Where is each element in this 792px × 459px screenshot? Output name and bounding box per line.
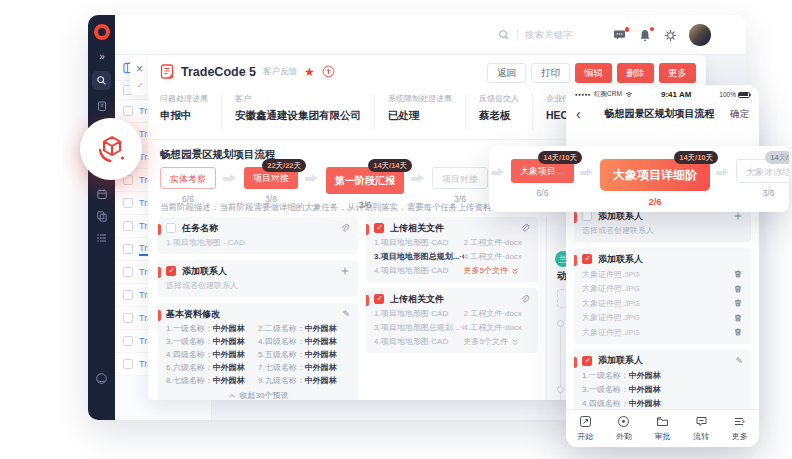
wifi-icon [625,91,633,98]
upload-files-card-1: 上传相关文件 1.项目地地形图·CAD 2.工程文件·docx [366,217,538,282]
row-checkbox[interactable] [123,359,133,369]
edit-button[interactable]: 编辑 [575,63,612,83]
info-cell: 3.一级名称：中外园林 [166,336,258,347]
mobile-panels: 添加联系人 选择或者创建联系人 添加联系人 大象证件照.JPG [566,205,759,443]
file-cell[interactable]: 4.工程文件·docx [464,251,530,262]
task-checkbox[interactable] [374,223,384,233]
collapse-presets-link[interactable]: 收起30个预设 [166,390,350,400]
row-checkbox[interactable] [123,336,133,346]
task-placeholder[interactable]: 选择或者创建联系人 [582,225,743,236]
search-placeholder: 搜索关键字 [525,29,587,42]
trash-icon[interactable] [733,269,743,279]
paperclip-icon [340,223,350,233]
attachment-button[interactable] [340,223,350,233]
file-cell[interactable]: 4.项目地地形图·CAD [374,336,464,347]
file-cell[interactable]: 更多5个文件 [464,265,530,276]
settings-button[interactable] [664,29,677,42]
toolbar-approval[interactable]: 审批 [643,410,682,447]
add-contact-button[interactable] [340,266,350,276]
notifications-button[interactable] [639,29,651,42]
add-contact-button[interactable] [733,211,743,221]
flow-step-4[interactable]: 项目对接 3/6 [432,167,488,204]
attachment-button[interactable] [520,223,530,233]
info-cell: 7.七级名称：中外园林 [258,362,350,373]
info-cell: 8.七级名称：中外园林 [166,375,258,386]
edit-info-button[interactable]: ✎ [342,309,350,319]
sidebar-support-item[interactable] [88,372,115,385]
confirm-button[interactable]: 确定 [725,108,749,121]
task-placeholder[interactable]: 选择或者创建联系人 [166,280,350,291]
search-divider [517,29,518,41]
arrow-right-icon [580,168,594,177]
edit-button[interactable]: ✎ [735,356,743,366]
plus-icon [733,211,743,221]
task-checkbox[interactable] [582,211,592,221]
trash-icon[interactable] [733,284,743,294]
file-cell[interactable]: 1.项目地地形图·CAD [374,237,464,248]
task-checkbox[interactable] [582,356,592,366]
task-checkbox[interactable] [166,223,176,233]
info-cell: 4.四级名称：中外园林 [582,398,743,409]
row-checkbox[interactable] [123,244,133,254]
file-grid: 1.项目地地形图·CAD 2.工程文件·docx 3.项目地地形图总规划...·… [374,308,530,347]
trash-icon[interactable] [733,327,743,337]
row-checkbox[interactable] [123,221,133,231]
close-icon[interactable]: × [136,63,143,75]
more-button[interactable]: 更多 [659,63,696,83]
user-avatar[interactable] [689,24,711,46]
timeline-dot [557,320,564,327]
attachment-button[interactable] [520,294,530,304]
photo-row: 大象证件照.JPG [582,269,743,280]
row-checkbox[interactable] [123,313,133,323]
back-button[interactable]: 返回 [487,63,526,83]
mobile-flow-step-1[interactable]: 14天 /10天 大象项目… 6/6 [511,159,574,198]
file-cell[interactable]: 4.工程文件·docx [464,322,530,333]
trash-icon[interactable] [733,313,743,323]
info-cell: 1.一级名称：中外园林 [582,370,743,381]
pin-top-icon[interactable] [322,65,335,78]
mobile-flow-step-2-current[interactable]: 14天 /10天 大象项目详细阶 2/6 [600,159,710,207]
trash-icon[interactable] [733,298,743,308]
messages-button[interactable] [613,29,626,41]
step-progress: 6/6 [511,188,574,198]
brand-logo [94,24,110,40]
task-title: 上传相关文件 [390,293,514,306]
file-cell[interactable]: 2.工程文件·docx [464,237,530,248]
delete-button[interactable]: 删除 [617,63,654,83]
task-checkbox[interactable] [582,254,592,264]
global-search-input[interactable]: 搜索关键字 [498,29,587,42]
sidebar-item-list[interactable] [95,231,108,244]
flow-step-2[interactable]: 22 天 /22 天 项目对接 3/6 [244,167,298,204]
upload-files-card-2: 上传相关文件 1.项目地地形图·CAD 2.工程文件·docx [366,288,538,353]
row-checkbox[interactable] [123,290,133,300]
print-button[interactable]: 打印 [531,63,570,83]
task-title: 添加联系人 [182,265,334,278]
photo-row: 大象证件照.JPG [582,327,743,338]
file-cell[interactable]: 更多5个文件 [464,336,530,347]
task-checkbox[interactable] [166,266,176,276]
mobile-flow-step-3[interactable]: 14天 /10天 大象冰冻结 3/6 [736,159,789,198]
toolbar-more[interactable]: 更多 [720,410,759,447]
field-value: 申报中 [160,109,208,123]
toolbar-field-work[interactable]: 外勤 [605,410,644,447]
file-cell[interactable]: 1.项目地地形图·CAD [374,308,464,319]
back-chevron-icon[interactable]: ‹ [576,107,594,121]
toolbar-start[interactable]: 开始 [566,410,605,447]
floating-product-bubble[interactable] [80,118,142,180]
star-icon[interactable]: ★ [304,66,315,78]
field-system-progress: 系统限制处理进展 已处理 [374,93,465,131]
file-cell[interactable]: 3.项目地地形图总规划...·CAD [374,251,464,262]
arrow-right-icon [491,168,505,177]
row-checkbox[interactable] [123,267,133,277]
expand-icon[interactable]: ↔ [133,78,146,91]
mobile-nav-bar: ‹ 畅想园景区规划项目流程 确定 [566,99,759,125]
info-cell: 6.六级名称：中外园林 [166,362,258,373]
file-cell[interactable]: 2.工程文件·docx [464,308,530,319]
task-checkbox[interactable] [374,294,384,304]
file-cell[interactable]: 4.项目地地形图·CAD [374,265,464,276]
toolbar-transfer[interactable]: 流转 [682,410,721,447]
collapse-sidebar-icon[interactable]: » [99,52,104,62]
sidebar-search-item[interactable] [92,71,111,90]
file-cell[interactable]: 3.项目地地形图总规划...·CAD [374,322,464,333]
signal-dots-icon: ●●●●● [575,92,591,97]
